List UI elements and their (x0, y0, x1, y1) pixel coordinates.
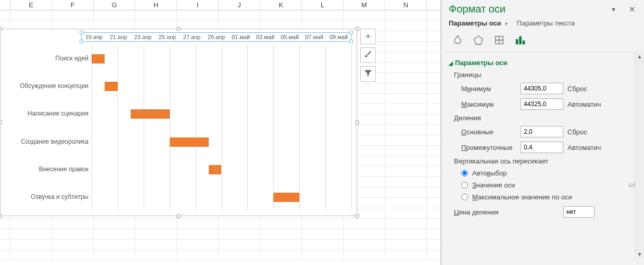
col-header[interactable]: N (385, 0, 427, 10)
size-properties-icon[interactable] (493, 33, 506, 47)
y-category-label: Обсуждение концепции (0, 82, 89, 90)
brush-icon (364, 50, 372, 61)
input-major[interactable] (521, 126, 563, 137)
chart-gridline (170, 45, 170, 210)
axis-options-icon[interactable] (513, 33, 527, 47)
tab-text-options[interactable]: Параметры текста (517, 19, 575, 27)
close-icon[interactable]: ✕ (627, 5, 638, 14)
svg-marker-0 (474, 36, 483, 45)
chart-bar[interactable] (105, 82, 118, 91)
svg-rect-2 (516, 39, 519, 44)
filter-icon (364, 69, 372, 80)
col-header[interactable]: H (135, 0, 177, 10)
chart-bar[interactable] (273, 193, 299, 202)
chart-bar[interactable] (170, 137, 209, 147)
state-minor: Автоматич (567, 144, 601, 152)
chart-x-axis[interactable]: 19.апр 21.апр 23.апр 25.апр 27.апр 29.ап… (81, 32, 351, 42)
x-tick-label: 29.апр (204, 33, 229, 41)
y-category-label: Озвучка и субтитры (0, 193, 89, 200)
panel-options-dropdown[interactable]: ▼ (609, 6, 618, 12)
col-header[interactable]: G (94, 0, 135, 10)
chart-gridline (325, 45, 326, 210)
x-tick-label: 03.май (253, 33, 277, 41)
chart-plot-area[interactable]: Поиск идейОбсуждение концепцииНаписание … (1, 45, 350, 210)
resize-handle[interactable] (355, 214, 359, 218)
y-category-label: Поиск идей (0, 55, 89, 62)
col-header[interactable]: M (344, 0, 385, 10)
x-tick-label: 19.апр (82, 33, 106, 41)
spreadsheet-area: ◄ ► E F G H I J K L M N (0, 0, 441, 265)
input-minor[interactable] (521, 142, 563, 153)
label-major: Основные (461, 128, 521, 136)
y-category-label: Написание сценария (0, 110, 89, 117)
label-cross-auto: Автовыбор (472, 169, 507, 177)
chart-bar[interactable] (209, 165, 222, 174)
chart-gridline (144, 45, 144, 210)
col-header[interactable]: L (302, 0, 344, 10)
axis-sel-handle[interactable] (349, 31, 353, 34)
group-bounds: Границы (449, 69, 641, 81)
resize-handle[interactable] (355, 27, 359, 31)
label-cross-value: Значение оси (472, 181, 515, 189)
y-category-label: Создание видеоролика (0, 138, 89, 145)
col-header[interactable]: I (177, 0, 219, 10)
chart-gridline (92, 45, 92, 210)
resize-handle[interactable] (176, 27, 181, 31)
chart-styles-button[interactable] (360, 47, 376, 63)
x-tick-label: 25.апр (155, 33, 180, 41)
panel-scrollbar[interactable]: ▲ ▼ (635, 53, 644, 259)
axis-sel-handle[interactable] (80, 40, 83, 43)
y-category-label: Внесение правок (0, 166, 89, 173)
chart-object[interactable]: 19.апр 21.апр 23.апр 25.апр 27.апр 29.ап… (0, 29, 357, 216)
x-tick-label: 01.май (229, 33, 253, 41)
state-minimum[interactable]: Сброс (567, 85, 587, 93)
label-maximum: Максимум (461, 100, 521, 108)
col-header[interactable]: F (52, 0, 94, 10)
chart-bar[interactable] (131, 109, 170, 119)
chart-gridline (222, 45, 222, 210)
scroll-down-icon[interactable]: ▼ (635, 250, 644, 259)
radio-cross-auto[interactable] (461, 170, 468, 176)
chart-gridline (196, 45, 196, 210)
column-headers: E F G H I J K L M N (0, 0, 440, 10)
chart-gridline (299, 45, 300, 210)
resize-handle[interactable] (0, 27, 2, 31)
svg-rect-3 (519, 36, 522, 45)
chart-gridline (273, 45, 274, 210)
chevron-down-icon: ▼ (504, 21, 509, 27)
chart-gridline (247, 45, 248, 210)
radio-cross-max[interactable] (461, 194, 468, 200)
state-maximum: Автоматич (567, 100, 601, 108)
x-tick-label: 09.май (326, 33, 351, 41)
label-minimum: Минимум (461, 85, 521, 93)
input-minimum[interactable] (521, 83, 563, 94)
radio-cross-value[interactable] (461, 182, 468, 188)
chart-elements-button[interactable]: + (360, 29, 376, 44)
x-tick-label: 21.апр (106, 33, 131, 41)
input-display-units[interactable] (563, 206, 595, 218)
input-maximum[interactable] (521, 98, 563, 110)
resize-handle[interactable] (355, 120, 359, 124)
x-tick-label: 23.апр (131, 33, 155, 41)
x-tick-label: 27.апр (180, 33, 204, 41)
group-units: Деления (449, 112, 641, 124)
col-header[interactable]: E (10, 0, 52, 10)
col-header[interactable]: K (260, 0, 302, 10)
chart-bar[interactable] (92, 54, 105, 64)
scroll-up-icon[interactable]: ▲ (635, 53, 644, 62)
axis-sel-handle[interactable] (80, 31, 83, 34)
effects-icon[interactable] (472, 33, 485, 47)
plus-icon: + (365, 31, 371, 42)
state-major[interactable]: Сброс (567, 128, 587, 136)
chart-filters-button[interactable] (360, 66, 376, 82)
axis-sel-handle[interactable] (349, 40, 353, 43)
resize-handle[interactable] (176, 214, 181, 218)
chart-gridline (351, 45, 352, 210)
tab-axis-options[interactable]: Параметры оси ▼ (449, 19, 509, 27)
label-minor: Промежуточные (461, 144, 521, 152)
x-tick-label: 05.май (277, 33, 302, 41)
group-cross: Вертикальная ось пересекает (449, 155, 641, 167)
col-header[interactable]: J (219, 0, 260, 10)
fill-line-icon[interactable] (451, 33, 464, 47)
section-axis-options[interactable]: ◢Параметры оси (449, 57, 641, 69)
